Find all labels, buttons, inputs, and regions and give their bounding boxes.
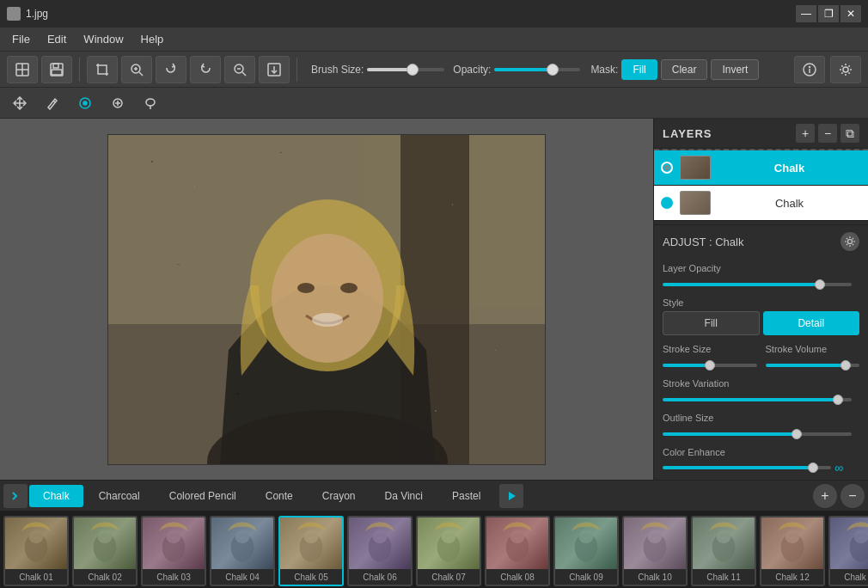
info-btn[interactable]: [794, 56, 825, 83]
paint-tool-btn[interactable]: [40, 91, 65, 115]
layer-item-1[interactable]: Chalk: [654, 150, 868, 186]
add-layer-btn[interactable]: +: [796, 124, 815, 143]
transform-icon: [15, 62, 30, 77]
svg-marker-47: [509, 492, 516, 500]
save-btn[interactable]: [41, 56, 72, 83]
remove-layer-btn[interactable]: −: [818, 124, 837, 143]
clear-btn[interactable]: Clear: [661, 59, 708, 80]
cat-crayon[interactable]: Crayon: [309, 485, 370, 507]
layer-opacity-slider[interactable]: [663, 283, 852, 286]
svg-line-11: [242, 72, 246, 76]
menu-file[interactable]: File: [3, 29, 39, 49]
svg-rect-45: [435, 410, 437, 412]
zoom-out-icon: [232, 62, 248, 77]
cat-charcoal[interactable]: Charcoal: [85, 485, 154, 507]
thumbnail-item-7[interactable]: Chalk 07: [416, 516, 481, 586]
link-icon[interactable]: ∞: [834, 461, 843, 475]
svg-rect-41: [452, 204, 453, 205]
clone-tool-btn[interactable]: [105, 91, 131, 115]
svg-rect-5: [52, 70, 62, 75]
category-bar: Chalk Charcoal Colored Pencil Conte Cray…: [0, 480, 868, 511]
layers-controls: + − ⧉: [796, 124, 859, 143]
thumbnail-item-4[interactable]: Chalk 04: [210, 516, 275, 586]
layer-item-2[interactable]: Chalk: [654, 186, 868, 221]
color-enhance-label: Color Enhance: [663, 447, 859, 457]
svg-point-59: [372, 530, 387, 543]
gear-icon: [838, 62, 853, 77]
brush-tool-btn[interactable]: [72, 91, 98, 115]
thumbnail-label-12: Chalk 12: [761, 569, 823, 585]
toolbar-separator-1: [79, 58, 80, 82]
menu-bar: File Edit Window Help: [0, 28, 868, 52]
stroke-volume-slider[interactable]: [766, 364, 860, 367]
settings-btn[interactable]: [830, 56, 861, 83]
category-left-arrow[interactable]: [3, 484, 28, 508]
category-right-arrow[interactable]: [499, 484, 523, 508]
menu-help[interactable]: Help: [132, 29, 173, 49]
thumbnail-strip: Chalk 01 Chalk 02 Chalk 03: [0, 511, 868, 588]
thumbnail-item-11[interactable]: Chalk 11: [691, 516, 756, 586]
crop-btn[interactable]: [87, 56, 118, 83]
duplicate-layer-btn[interactable]: ⧉: [840, 124, 859, 143]
invert-btn[interactable]: Invert: [711, 59, 759, 80]
style-row: Style Fill Detail: [663, 297, 859, 335]
right-panel: LAYERS + − ⧉ Chalk Chalk ADJUST : Chalk: [653, 119, 868, 480]
move-tool-btn[interactable]: [7, 91, 33, 115]
cat-pastel[interactable]: Pastel: [438, 485, 494, 507]
menu-edit[interactable]: Edit: [39, 29, 75, 49]
svg-rect-42: [237, 393, 239, 395]
export-icon: [266, 62, 282, 77]
opacity-input[interactable]: [494, 68, 580, 71]
style-detail-btn[interactable]: Detail: [763, 311, 860, 335]
color-enhance-slider[interactable]: [663, 466, 831, 469]
maximize-button[interactable]: ❐: [818, 5, 839, 22]
thumbnail-item-6[interactable]: Chalk 06: [347, 516, 413, 586]
svg-rect-38: [151, 161, 153, 162]
add-preset-btn[interactable]: +: [813, 484, 837, 508]
adjust-settings-btn[interactable]: [840, 232, 859, 251]
close-button[interactable]: ✕: [840, 5, 861, 22]
thumbnail-item-13[interactable]: Chalk 13: [828, 516, 868, 586]
thumbnail-item-5[interactable]: Chalk 05: [278, 516, 344, 586]
undo-btn[interactable]: [190, 56, 221, 83]
zoom-out-btn[interactable]: [224, 56, 255, 83]
move-icon: [13, 96, 27, 110]
cat-colored-pencil[interactable]: Colored Pencil: [156, 485, 250, 507]
fill-btn[interactable]: Fill: [621, 59, 657, 80]
window-title: 1.jpg: [26, 8, 48, 20]
stroke-variation-slider[interactable]: [663, 398, 852, 401]
thumbnail-item-1[interactable]: Chalk 01: [3, 516, 69, 586]
brush-size-input[interactable]: [367, 68, 444, 71]
stroke-size-slider[interactable]: [663, 364, 757, 367]
minimize-button[interactable]: —: [796, 5, 816, 22]
svg-point-67: [647, 530, 662, 543]
clone-icon: [111, 96, 125, 110]
style-fill-btn[interactable]: Fill: [663, 311, 760, 335]
menu-window[interactable]: Window: [75, 29, 131, 49]
thumbnail-item-8[interactable]: Chalk 08: [485, 516, 550, 586]
cat-da-vinci[interactable]: Da Vinci: [370, 485, 436, 507]
thumbnail-item-12[interactable]: Chalk 12: [760, 516, 825, 586]
thumbnail-item-9[interactable]: Chalk 09: [553, 516, 619, 586]
canvas-area[interactable]: [0, 119, 653, 480]
thumbnail-label-5: Chalk 05: [280, 569, 342, 585]
svg-point-25: [146, 99, 155, 106]
cat-chalk[interactable]: Chalk: [29, 485, 83, 507]
outline-size-slider[interactable]: [663, 432, 852, 436]
layers-header: LAYERS + − ⧉: [654, 119, 868, 149]
lasso-tool-btn[interactable]: [138, 91, 163, 115]
thumbnail-label-10: Chalk 10: [624, 569, 686, 585]
zoom-in-btn[interactable]: [121, 56, 152, 83]
brush-size-label: Brush Size:: [311, 64, 364, 76]
thumbnail-item-10[interactable]: Chalk 10: [622, 516, 688, 586]
remove-preset-btn[interactable]: −: [840, 484, 865, 508]
thumbnail-item-2[interactable]: Chalk 02: [72, 516, 138, 586]
redo-btn[interactable]: [156, 56, 186, 83]
thumbnail-item-3[interactable]: Chalk 03: [141, 516, 206, 586]
thumbnail-label-1: Chalk 01: [5, 569, 67, 585]
export-btn[interactable]: [259, 56, 290, 83]
svg-point-57: [303, 530, 318, 543]
style-label: Style: [663, 297, 859, 308]
cat-conte[interactable]: Conte: [252, 485, 307, 507]
transform-tool-btn[interactable]: [7, 56, 38, 83]
